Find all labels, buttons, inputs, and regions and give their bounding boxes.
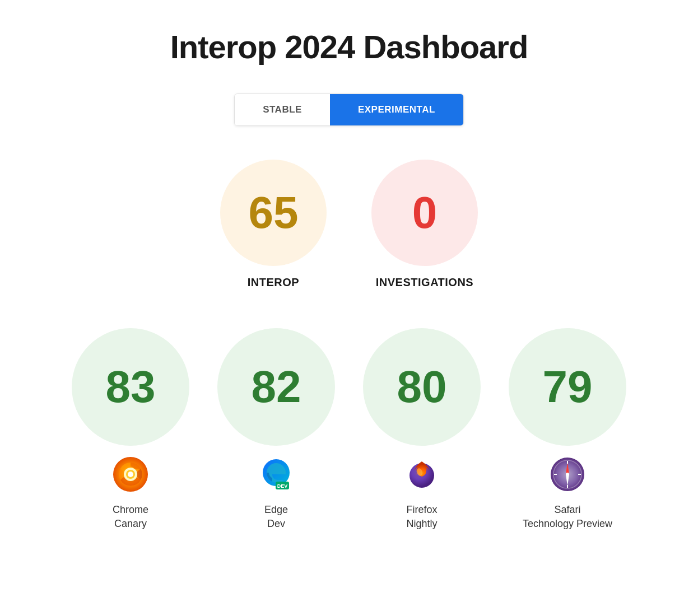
investigations-circle: 0 (371, 160, 478, 266)
safari-tp-icon-container (548, 455, 587, 494)
investigations-score-item: 0 INVESTIGATIONS (371, 160, 478, 289)
firefox-nightly-circle: 80 (363, 328, 481, 446)
edge-dev-score: 82 (252, 365, 301, 409)
firefox-nightly-name: Firefox Nightly (406, 503, 437, 531)
browser-safari-tp: 79 (503, 328, 632, 531)
safari-tp-circle: 79 (509, 328, 626, 446)
tab-experimental[interactable]: EXPERIMENTAL (330, 94, 463, 125)
interop-label: INTEROP (248, 276, 299, 289)
svg-text:DEV: DEV (277, 483, 288, 489)
tab-group: STABLE EXPERIMENTAL (234, 94, 464, 126)
browser-edge-dev: 82 (212, 328, 341, 531)
interop-circle: 65 (220, 160, 327, 266)
edge-dev-name: Edge Dev (264, 503, 288, 531)
edge-dev-icon: DEV (259, 457, 294, 492)
page-title: Interop 2024 Dashboard (170, 28, 528, 66)
investigations-label: INVESTIGATIONS (376, 276, 473, 289)
tab-stable[interactable]: STABLE (235, 94, 330, 125)
safari-tp-icon (550, 457, 585, 492)
firefox-nightly-icon (404, 457, 439, 492)
firefox-nightly-score: 80 (397, 365, 447, 409)
chrome-canary-icon (113, 457, 148, 492)
chrome-canary-icon-container (111, 455, 150, 494)
edge-dev-icon-container: DEV (257, 455, 296, 494)
chrome-canary-circle: 83 (72, 328, 189, 446)
svg-point-13 (566, 473, 569, 476)
browsers-section: 83 (66, 328, 632, 531)
page-container: Interop 2024 Dashboard STABLE EXPERIMENT… (0, 0, 698, 616)
safari-tp-name: Safari Technology Preview (523, 503, 612, 531)
top-scores-section: 65 INTEROP 0 INVESTIGATIONS (220, 160, 478, 289)
firefox-nightly-icon-container (402, 455, 441, 494)
svg-point-3 (128, 472, 133, 477)
chrome-canary-name: Chrome Canary (113, 503, 148, 531)
browser-firefox-nightly: 80 (357, 328, 486, 531)
safari-tp-score: 79 (543, 365, 593, 409)
interop-score-item: 65 INTEROP (220, 160, 327, 289)
chrome-canary-score: 83 (106, 365, 156, 409)
interop-score-value: 65 (249, 190, 299, 235)
investigations-score-value: 0 (412, 190, 438, 235)
edge-dev-circle: 82 (217, 328, 335, 446)
browser-chrome-canary: 83 (66, 328, 195, 531)
